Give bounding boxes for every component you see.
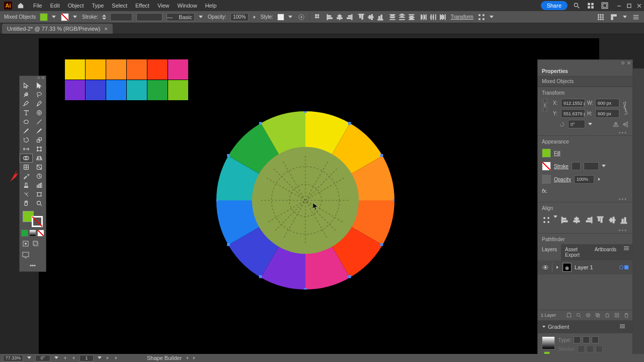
recolor-icon[interactable] — [297, 13, 305, 21]
share-button[interactable]: Share — [541, 1, 568, 10]
distribute-vcenter-icon[interactable] — [398, 13, 406, 21]
style-dropdown[interactable] — [288, 15, 293, 20]
panel-align-top[interactable] — [596, 215, 605, 225]
panel-align-left[interactable] — [560, 215, 569, 225]
blob-brush-tool[interactable] — [33, 126, 46, 135]
distribute-left-icon[interactable] — [420, 13, 428, 21]
layer-row[interactable]: Layer 1 — [538, 260, 632, 274]
stroke-weight-dropdown[interactable] — [602, 165, 606, 168]
appearance-opacity-input[interactable] — [574, 175, 594, 184]
panel-align-vcenter[interactable] — [608, 215, 616, 225]
transform-link[interactable]: Transform — [451, 14, 473, 20]
transform-dropdown[interactable] — [490, 16, 494, 19]
rotation-dropdown-status[interactable] — [54, 356, 58, 359]
brush-definition[interactable]: —Basic — [167, 13, 195, 21]
gradient-radial-icon[interactable] — [583, 336, 590, 343]
maximize-button[interactable] — [624, 1, 634, 11]
direct-selection-tool[interactable] — [33, 81, 46, 90]
last-page-icon[interactable] — [114, 355, 119, 360]
menu-window[interactable]: Window — [174, 3, 201, 9]
minimize-button[interactable] — [614, 1, 624, 11]
panel-close-icon[interactable] — [627, 61, 631, 65]
curvature-tool[interactable] — [33, 99, 46, 108]
style-swatch[interactable] — [277, 14, 284, 21]
edit-toolbar-button[interactable]: ••• — [20, 260, 46, 271]
measure-tool[interactable] — [33, 172, 46, 181]
none-mode-icon[interactable] — [37, 230, 44, 237]
align-to-button[interactable] — [542, 215, 550, 225]
close-button[interactable] — [634, 1, 644, 11]
search-layer-icon[interactable] — [576, 312, 582, 318]
document-tab[interactable]: Untitled-2* @ 77.33 % (RGB/Preview) × — [2, 24, 113, 34]
new-sublayer-icon[interactable] — [604, 312, 610, 318]
zoom-tool[interactable] — [33, 199, 46, 208]
align-vcenter-icon[interactable] — [367, 13, 375, 21]
mesh-tool[interactable] — [20, 163, 33, 172]
grid-icon[interactable] — [597, 13, 605, 21]
gradient-linear-icon[interactable] — [574, 336, 581, 343]
opacity-input[interactable] — [230, 13, 249, 21]
panel-collapse-icon[interactable] — [621, 61, 625, 65]
gradient-tool[interactable] — [33, 163, 46, 172]
artboard-tool[interactable] — [33, 190, 46, 199]
column-graph-tool[interactable] — [33, 181, 46, 190]
align-top-icon[interactable] — [357, 13, 365, 21]
h-input[interactable] — [595, 109, 619, 118]
gradient-freeform-icon[interactable] — [592, 336, 599, 343]
type-tool[interactable] — [20, 108, 33, 117]
opacity-chevron-icon[interactable] — [253, 15, 257, 19]
stroke-weight-input[interactable] — [110, 13, 132, 21]
reference-point-picker[interactable] — [542, 99, 548, 112]
snap-icon[interactable] — [610, 13, 618, 21]
variable-width-input[interactable] — [136, 13, 163, 21]
menu-select[interactable]: Select — [108, 3, 131, 9]
menu-object[interactable]: Object — [64, 3, 88, 9]
touch-type-tool[interactable] — [33, 108, 46, 117]
ellipse-tool[interactable] — [20, 117, 33, 126]
fill-swatch[interactable] — [40, 13, 48, 21]
gradient-mode-icon[interactable] — [29, 230, 36, 237]
menu-type[interactable]: Type — [88, 3, 108, 9]
panel-align-bottom[interactable] — [620, 215, 628, 225]
status-scroll-left[interactable] — [186, 356, 189, 360]
stroke-weight-ctrl[interactable] — [572, 162, 581, 170]
gradient-header[interactable]: Gradient — [538, 320, 632, 333]
tab-close-button[interactable]: × — [104, 26, 107, 32]
rotation-dropdown[interactable] — [588, 123, 592, 126]
toolbox-collapse-icon[interactable] — [37, 76, 40, 80]
panel-align-right[interactable] — [584, 215, 593, 225]
first-page-icon[interactable] — [62, 355, 67, 360]
color-mode-icon[interactable] — [21, 230, 28, 237]
layer-expand-icon[interactable] — [555, 265, 559, 269]
appearance-stroke-swatch[interactable] — [542, 162, 551, 171]
align-more[interactable]: ••• — [538, 227, 632, 233]
align-to-icon[interactable] — [314, 13, 322, 21]
align-dropdown[interactable] — [553, 215, 557, 219]
brush-dropdown[interactable] — [199, 15, 204, 20]
toolbox-close-icon[interactable] — [41, 76, 45, 80]
workspace-icon[interactable] — [600, 1, 610, 11]
rotation-input[interactable] — [568, 120, 585, 128]
distribute-top-icon[interactable] — [388, 13, 396, 21]
align-hcenter-icon[interactable] — [336, 13, 344, 21]
transform-refpoint-icon[interactable] — [477, 13, 486, 21]
next-page-icon[interactable] — [106, 355, 110, 360]
appearance-more[interactable]: ••• — [538, 196, 632, 202]
transform-more[interactable]: ••• — [538, 129, 632, 135]
free-transform-tool[interactable] — [33, 144, 46, 154]
layer-visibility-icon[interactable] — [542, 264, 549, 271]
align-right-icon[interactable] — [345, 13, 353, 21]
gradient-preview[interactable] — [542, 336, 555, 349]
magic-wand-tool[interactable] — [20, 90, 33, 99]
appearance-fill-swatch[interactable] — [542, 149, 551, 158]
rotation-status-input[interactable] — [35, 355, 50, 361]
link-wh-icon[interactable] — [622, 101, 628, 115]
stroke-indicator[interactable] — [32, 216, 43, 227]
appearance-fill-label[interactable]: Fill — [554, 151, 560, 156]
distribute-hcenter-icon[interactable] — [429, 13, 437, 21]
flip-h-icon[interactable] — [612, 121, 619, 127]
distribute-right-icon[interactable] — [439, 13, 447, 21]
delete-layer-icon[interactable] — [623, 312, 629, 318]
paintbrush-tool[interactable] — [20, 126, 33, 135]
menu-edit[interactable]: Edit — [46, 3, 64, 9]
